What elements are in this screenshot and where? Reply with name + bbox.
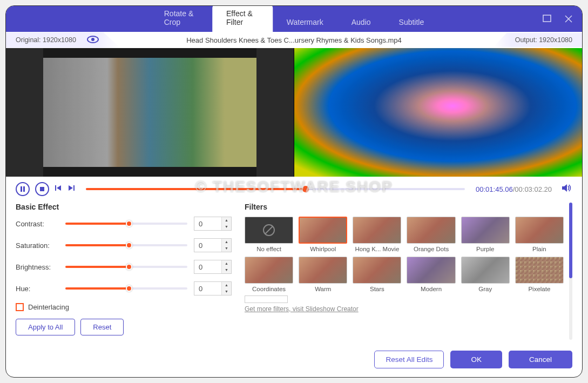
more-filters-link[interactable]: Get more filters, visit Slideshow Creato… <box>245 305 359 313</box>
hue-slider[interactable] <box>65 287 187 290</box>
filter-label: Whirlpool <box>299 246 347 252</box>
footer: Reset All Edits OK Cancel <box>6 345 582 377</box>
stop-button[interactable] <box>35 182 49 196</box>
spin-down-icon[interactable]: ▼ <box>222 245 231 252</box>
filter-modern[interactable]: Modern <box>407 257 455 292</box>
slider-row-saturation: Saturation:0▲▼ <box>16 238 232 252</box>
filter-hong-k-movie[interactable]: Hong K... Movie <box>353 217 401 252</box>
filters-scrollbar[interactable] <box>569 203 572 340</box>
filters-title: Filters <box>245 203 564 211</box>
slider-label: Hue: <box>16 285 59 293</box>
tab-subtitle[interactable]: Subtitle <box>385 12 438 32</box>
editor-window: © THESOFTWARE.SHOP Rotate & Crop Effect … <box>5 5 583 378</box>
filter-purple[interactable]: Purple <box>461 217 510 252</box>
prev-frame-button[interactable] <box>55 184 62 194</box>
hue-spinbox[interactable]: 0▲▼ <box>194 281 232 295</box>
spin-up-icon[interactable]: ▲ <box>222 282 231 288</box>
reset-button[interactable]: Reset <box>80 319 124 335</box>
close-button[interactable] <box>563 13 575 25</box>
filter-thumb <box>461 257 510 284</box>
filter-no-effect[interactable]: No effect <box>245 217 293 252</box>
spin-up-icon[interactable]: ▲ <box>222 260 231 267</box>
svg-rect-0 <box>543 15 551 22</box>
transport-bar: 00:01:45.06/00:03:02.20 <box>6 177 582 200</box>
filter-label: Hong K... Movie <box>353 246 401 252</box>
deinterlacing-checkbox[interactable] <box>16 303 24 311</box>
filter-label: Gray <box>461 286 510 292</box>
minimize-button[interactable] <box>541 13 553 25</box>
contrast-spinbox[interactable]: 0▲▼ <box>194 217 232 231</box>
filter-whirlpool[interactable]: Whirlpool <box>299 217 347 252</box>
original-video-frame <box>43 58 256 167</box>
tab-effect-filter[interactable]: Effect & Filter <box>212 5 273 32</box>
filter-thumb <box>353 217 401 244</box>
spin-value: 0 <box>194 220 221 228</box>
pause-button[interactable] <box>16 182 30 196</box>
apply-all-button[interactable]: Apply to All <box>16 319 75 335</box>
spin-down-icon[interactable]: ▼ <box>222 288 231 295</box>
time-current: 00:01:45.06 <box>476 185 513 193</box>
tab-audio[interactable]: Audio <box>337 12 385 32</box>
filter-label: Coordinates <box>245 286 293 292</box>
filter-label: Modern <box>407 286 455 292</box>
tab-bar: Rotate & Crop Effect & Filter Watermark … <box>150 6 438 32</box>
svg-rect-11 <box>73 185 75 191</box>
spin-down-icon[interactable]: ▼ <box>222 267 231 273</box>
reset-all-edits-button[interactable]: Reset All Edits <box>374 351 444 368</box>
svg-marker-10 <box>69 185 73 191</box>
filter-orange-dots[interactable]: Orange Dots <box>407 217 455 252</box>
compare-eye-icon[interactable] <box>87 36 99 45</box>
output-video-frame <box>294 48 582 177</box>
filter-plain[interactable]: Plain <box>515 217 564 252</box>
deinterlacing-label: Deinterlacing <box>28 303 69 311</box>
svg-rect-8 <box>55 185 56 191</box>
filter-label: No effect <box>245 246 293 252</box>
preview-original <box>6 48 294 177</box>
filter-thumb <box>515 217 564 244</box>
filters-panel: Filters No effectWhirlpoolHong K... Movi… <box>245 203 572 340</box>
filter-pixelate[interactable]: Pixelate <box>515 257 564 292</box>
spin-down-icon[interactable]: ▼ <box>222 224 231 230</box>
file-title: Head Shoulders Knees & Toes C...ursery R… <box>186 36 402 44</box>
svg-rect-6 <box>23 186 25 192</box>
slider-label: Brightness: <box>16 263 59 271</box>
editor-body: Basic Effect Contrast:0▲▼Saturation:0▲▼B… <box>6 200 582 345</box>
cancel-button[interactable]: Cancel <box>509 351 572 368</box>
next-frame-button[interactable] <box>67 184 75 194</box>
spin-up-icon[interactable]: ▲ <box>222 217 231 224</box>
svg-point-4 <box>91 38 94 41</box>
svg-rect-7 <box>40 187 44 191</box>
preview-output <box>294 48 582 177</box>
more-filters-box[interactable] <box>245 295 288 303</box>
spin-value: 0 <box>194 241 221 250</box>
svg-marker-12 <box>562 184 567 192</box>
ok-button[interactable]: OK <box>450 351 502 368</box>
slider-label: Contrast: <box>16 220 59 228</box>
timeline-slider[interactable] <box>86 188 465 190</box>
tab-rotate-crop[interactable]: Rotate & Crop <box>150 5 212 32</box>
slider-row-hue: Hue:0▲▼ <box>16 281 232 295</box>
slider-label: Saturation: <box>16 241 59 250</box>
tab-watermark[interactable]: Watermark <box>273 12 337 32</box>
volume-icon[interactable] <box>562 183 572 195</box>
brightness-slider[interactable] <box>65 266 187 268</box>
brightness-spinbox[interactable]: 0▲▼ <box>194 260 232 274</box>
filter-coordinates[interactable]: Coordinates <box>245 257 293 292</box>
filter-stars[interactable]: Stars <box>353 257 401 292</box>
filter-thumb <box>407 257 455 284</box>
filter-label: Warm <box>299 286 347 292</box>
saturation-spinbox[interactable]: 0▲▼ <box>194 238 232 252</box>
basic-effect-panel: Basic Effect Contrast:0▲▼Saturation:0▲▼B… <box>16 203 232 340</box>
deinterlacing-row[interactable]: Deinterlacing <box>16 303 232 311</box>
original-resolution: Original: 1920x1080 <box>6 32 120 48</box>
filter-label: Stars <box>353 286 401 292</box>
filter-thumb <box>299 257 347 284</box>
filter-gray[interactable]: Gray <box>461 257 510 292</box>
saturation-slider[interactable] <box>65 244 187 246</box>
svg-marker-9 <box>57 185 61 191</box>
contrast-slider[interactable] <box>65 223 187 225</box>
filter-thumb <box>299 217 347 244</box>
filter-warm[interactable]: Warm <box>299 257 347 292</box>
basic-effect-title: Basic Effect <box>16 203 232 211</box>
spin-up-icon[interactable]: ▲ <box>222 239 231 245</box>
